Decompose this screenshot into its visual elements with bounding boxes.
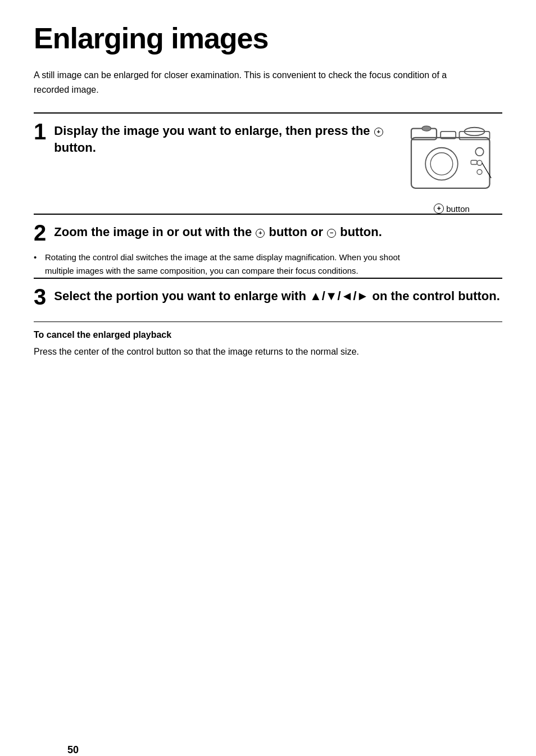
page-wrapper: Enlarging images A still image can be en…: [34, 22, 502, 756]
svg-rect-0: [411, 138, 490, 188]
subsection-title: To cancel the enlarged playback: [34, 330, 502, 340]
step-2-header: 2 Zoom the image in or out with the + bu…: [34, 224, 502, 244]
step-2-number: 2: [34, 221, 46, 244]
camera-diagram: [401, 117, 502, 201]
intro-text: A still image can be enlarged for closer…: [34, 68, 472, 97]
page-number: 50: [67, 744, 79, 756]
step-1-number: 1: [34, 120, 46, 143]
zoom-plus-icon-2: +: [256, 229, 265, 238]
step-1-section: 1 Display the image you want to enlarge,…: [34, 112, 502, 214]
step-3-number: 3: [34, 286, 46, 308]
svg-point-7: [475, 148, 483, 156]
zoom-minus-icon-2: −: [327, 229, 336, 238]
step-1-text-area: 1 Display the image you want to enlarge,…: [34, 123, 384, 162]
step-2-section: 2 Zoom the image in or out with the + bu…: [34, 214, 502, 278]
step-2-title: Zoom the image in or out with the + butt…: [54, 224, 502, 241]
step-3-title: Select the portion you want to enlarge w…: [54, 288, 502, 305]
step-1-content-row: 1 Display the image you want to enlarge,…: [34, 123, 502, 214]
zoom-plus-symbol: +: [434, 203, 444, 214]
step-2-bullet: Rotating the control dial switches the i…: [34, 251, 416, 278]
svg-point-9: [477, 170, 482, 175]
svg-rect-11: [471, 161, 477, 165]
step-3-header: 3 Select the portion you want to enlarge…: [34, 288, 502, 308]
subsection-text: Press the center of the control button s…: [34, 345, 438, 359]
svg-point-10: [422, 126, 431, 131]
button-label-text: button: [446, 204, 470, 214]
step-3-section: 3 Select the portion you want to enlarge…: [34, 278, 502, 308]
step-1-header: 1 Display the image you want to enlarge,…: [34, 123, 384, 156]
step-1-title: Display the image you want to enlarge, t…: [54, 123, 384, 156]
button-label: + button: [434, 203, 470, 214]
camera-illustration-area: + button: [401, 117, 502, 214]
svg-point-6: [430, 153, 453, 175]
svg-point-8: [477, 161, 482, 166]
page-title: Enlarging images: [34, 22, 502, 55]
zoom-plus-icon-1: +: [374, 128, 383, 137]
subsection-cancel: To cancel the enlarged playback Press th…: [34, 322, 502, 359]
